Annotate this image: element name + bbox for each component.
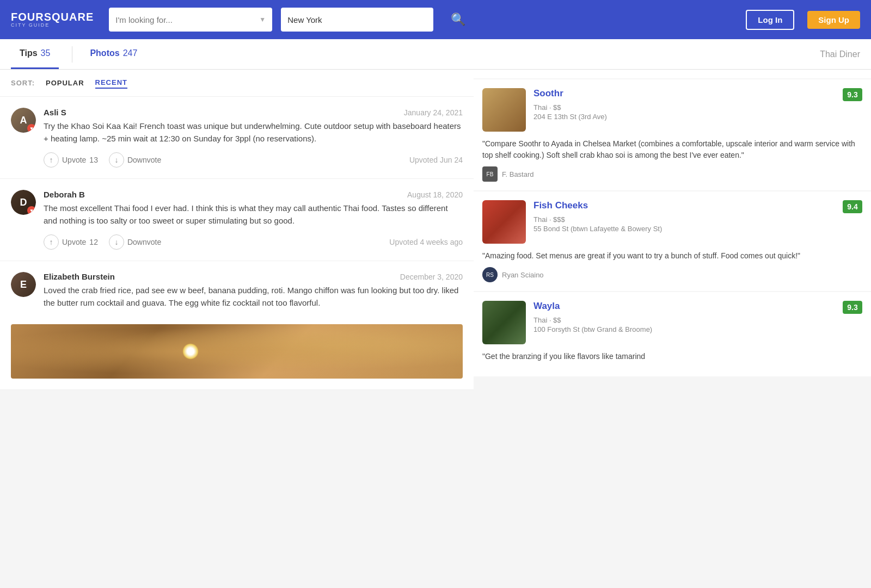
restaurant-name[interactable]: Fish Cheeks xyxy=(533,200,588,211)
restaurant-review: "Compare Soothr to Ayada in Chelsea Mark… xyxy=(482,138,862,161)
tip-header: D ♥ Deborah B August 18, 2020 The most e… xyxy=(11,190,463,250)
upvote-icon: ↑ xyxy=(44,234,59,250)
heart-icon: ♥ xyxy=(27,124,36,133)
reviewer-name: Ryan Sciaino xyxy=(502,271,544,279)
search-input[interactable] xyxy=(115,15,255,24)
restaurant-info: Soothr 9.3 Thai · $$ 204 E 13th St (3rd … xyxy=(533,88,862,132)
tip-author-name: Deborah B xyxy=(44,190,85,199)
restaurant-name[interactable]: Wayla xyxy=(533,301,560,312)
restaurant-address: 55 Bond St (btwn Lafayette & Bowery St) xyxy=(533,225,862,233)
signup-button[interactable]: Sign Up xyxy=(807,11,860,29)
logo-sub: CITY GUIDE xyxy=(11,22,94,28)
sort-recent[interactable]: RECENT xyxy=(95,77,127,89)
restaurant-image-wayla xyxy=(482,301,526,344)
photos-tab-label: Photos xyxy=(90,48,119,58)
restaurant-name[interactable]: Soothr xyxy=(533,88,563,99)
search-icon: 🔍 xyxy=(451,13,465,26)
restaurant-name-row: Wayla 9.3 xyxy=(533,301,862,314)
downvote-icon: ↓ xyxy=(109,152,124,168)
restaurant-cuisine: Thai · $$ xyxy=(533,316,862,324)
restaurant-header: Soothr 9.3 Thai · $$ 204 E 13th St (3rd … xyxy=(482,88,862,132)
restaurant-review: "Get the branzing if you like flavors li… xyxy=(482,351,862,362)
tip-text: Try the Khao Soi Kaa Kai! French toast w… xyxy=(44,120,463,145)
soothr-img-bg xyxy=(482,88,526,132)
upvote-label: Upvote xyxy=(62,156,86,164)
search-button[interactable]: 🔍 xyxy=(446,8,470,31)
header: FOURSQUARE CITY GUIDE ▼ 🔍 Log In Sign Up xyxy=(0,0,871,39)
downvote-label: Downvote xyxy=(127,156,161,164)
reviewer-row: FB F. Bastard xyxy=(482,166,862,182)
avatar: A ♥ xyxy=(11,108,36,133)
restaurant-info: Fish Cheeks 9.4 Thai · $$$ 55 Bond St (b… xyxy=(533,200,862,244)
tip-item: D ♥ Deborah B August 18, 2020 The most e… xyxy=(0,179,474,261)
dropdown-arrow-icon[interactable]: ▼ xyxy=(259,16,266,23)
restaurant-cuisine: Thai · $$ xyxy=(533,103,862,112)
logo-text: FOURSQUARE xyxy=(11,11,94,22)
tip-date: January 24, 2021 xyxy=(404,108,463,117)
tip-author-row: Deborah B August 18, 2020 xyxy=(44,190,463,199)
tip-author-row: Elizabeth Burstein December 3, 2020 xyxy=(44,272,463,281)
downvote-label: Downvote xyxy=(127,238,161,246)
reviewer-avatar: FB xyxy=(482,166,498,182)
tip-header: E Elizabeth Burstein December 3, 2020 Lo… xyxy=(11,272,463,317)
upvoted-text: Upvoted Jun 24 xyxy=(409,156,463,164)
tips-tab-label: Tips xyxy=(20,48,38,58)
tab-tips[interactable]: Tips 35 xyxy=(11,39,59,69)
sort-label: SORT: xyxy=(11,79,35,87)
vote-buttons: ↑ Upvote 13 ↓ Downvote xyxy=(44,152,161,168)
downvote-button[interactable]: ↓ Downvote xyxy=(109,234,161,250)
reviewer-name: F. Bastard xyxy=(502,170,534,178)
downvote-icon: ↓ xyxy=(109,234,124,250)
tip-text: The most excellent Thai food I ever had.… xyxy=(44,202,463,227)
vote-buttons: ↑ Upvote 12 ↓ Downvote xyxy=(44,234,161,250)
location-input[interactable] xyxy=(287,15,427,24)
tip-meta: Asli S January 24, 2021 Try the Khao Soi… xyxy=(44,108,463,168)
logo: FOURSQUARE CITY GUIDE xyxy=(11,11,94,28)
restaurant-address: 100 Forsyth St (btw Grand & Broome) xyxy=(533,325,862,333)
partial-card xyxy=(474,70,871,78)
reviewer-row: RS Ryan Sciaino xyxy=(482,267,862,282)
reviewer-avatar: RS xyxy=(482,267,498,282)
tabs-bar: Tips 35 Photos 247 Thai Diner xyxy=(0,39,871,70)
restaurant-card-soothr: Soothr 9.3 Thai · $$ 204 E 13th St (3rd … xyxy=(474,79,871,190)
restaurant-image-soothr xyxy=(482,88,526,132)
upvote-label: Upvote xyxy=(62,238,86,246)
food-image-inner xyxy=(11,324,463,379)
tip-meta: Elizabeth Burstein December 3, 2020 Love… xyxy=(44,272,463,317)
score-badge: 9.4 xyxy=(843,200,862,213)
wayla-img-bg xyxy=(482,301,526,344)
tip-author-row: Asli S January 24, 2021 xyxy=(44,108,463,117)
restaurant-cuisine: Thai · $$$ xyxy=(533,215,862,224)
restaurant-review: "Amazing food. Set menus are great if yo… xyxy=(482,250,862,262)
restaurant-card-fish-cheeks: Fish Cheeks 9.4 Thai · $$$ 55 Bond St (b… xyxy=(474,191,871,291)
location-box[interactable] xyxy=(281,8,433,32)
upvote-count: 13 xyxy=(89,156,98,164)
avatar: E xyxy=(11,272,36,297)
restaurant-card-wayla: Wayla 9.3 Thai · $$ 100 Forsyth St (btw … xyxy=(474,292,871,376)
restaurant-header: Wayla 9.3 Thai · $$ 100 Forsyth St (btw … xyxy=(482,301,862,344)
upvote-button[interactable]: ↑ Upvote 13 xyxy=(44,152,98,168)
sort-popular[interactable]: POPULAR xyxy=(46,78,84,88)
tips-panel: SORT: POPULAR RECENT A ♥ Asli S January … xyxy=(0,70,474,390)
main-content: SORT: POPULAR RECENT A ♥ Asli S January … xyxy=(0,70,871,390)
upvote-button[interactable]: ↑ Upvote 12 xyxy=(44,234,98,250)
avatar-image-elizabeth: E xyxy=(11,272,36,297)
tip-author-name: Elizabeth Burstein xyxy=(44,272,115,281)
tab-photos[interactable]: Photos 247 xyxy=(81,39,146,69)
upvote-count: 12 xyxy=(89,238,98,246)
photos-tab-count: 247 xyxy=(123,48,138,58)
score-badge: 9.3 xyxy=(843,88,862,101)
downvote-button[interactable]: ↓ Downvote xyxy=(109,152,161,168)
tip-actions: ↑ Upvote 13 ↓ Downvote Upvoted Jun 24 xyxy=(44,152,463,168)
login-button[interactable]: Log In xyxy=(746,10,794,30)
fish-cheeks-img-bg xyxy=(482,200,526,244)
upvoted-text: Upvoted 4 weeks ago xyxy=(389,238,463,246)
restaurant-image-fish-cheeks xyxy=(482,200,526,244)
food-image xyxy=(11,324,463,379)
tip-actions: ↑ Upvote 12 ↓ Downvote Upvoted 4 weeks a… xyxy=(44,234,463,250)
tip-date: August 18, 2020 xyxy=(407,190,463,199)
search-box[interactable]: ▼ xyxy=(109,8,272,32)
right-panel: Soothr 9.3 Thai · $$ 204 E 13th St (3rd … xyxy=(474,70,871,390)
tip-text: Loved the crab fried rice, pad see ew w … xyxy=(44,284,463,309)
tip-item: E Elizabeth Burstein December 3, 2020 Lo… xyxy=(0,261,474,390)
